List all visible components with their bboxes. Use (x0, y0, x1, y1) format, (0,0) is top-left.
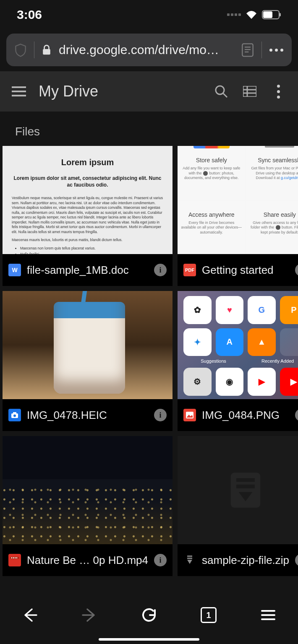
svg-rect-22 (15, 557, 16, 558)
ios-caption: Recently Added (248, 358, 298, 364)
file-tile[interactable]: sample-zip-file.zip i (178, 436, 298, 576)
status-icons (227, 10, 281, 19)
home-indicator[interactable] (99, 638, 199, 641)
status-bar: 3:06 (0, 0, 298, 29)
file-footer: Nature Be … 0p HD.mp4 i (3, 544, 173, 576)
info-icon[interactable]: i (295, 409, 298, 421)
svg-rect-15 (13, 412, 16, 414)
filetype-doc-icon: W (8, 264, 21, 276)
app-icon: G (248, 296, 276, 324)
file-footer: W file-sample_1MB.doc i (3, 254, 173, 286)
browser-url-bar[interactable]: drive.google.com/drive/mo… (6, 34, 292, 66)
url-text[interactable]: drive.google.com/drive/mo… (59, 43, 234, 57)
person-icon (276, 225, 280, 230)
gs-body: Every file in Drive becomes available on… (181, 221, 242, 235)
reader-mode-icon[interactable] (241, 43, 254, 57)
doc-para: Maecenas mauris lectus, lobortis et puru… (12, 238, 163, 242)
app-icon (280, 328, 298, 356)
info-icon[interactable]: i (154, 409, 167, 421)
app-icon: ✦ (183, 328, 212, 356)
file-tile[interactable]: Lorem ipsum Lorem ipsum dolor sit amet, … (3, 146, 173, 286)
doc-lead: Lorem ipsum dolor sit amet, consectetur … (12, 175, 163, 188)
info-icon[interactable]: i (295, 264, 298, 276)
info-icon[interactable]: i (295, 554, 298, 566)
file-thumbnail: ✿ ♥ G P ✦ A ▲ Suggestions Recently Added… (178, 291, 298, 399)
file-name: sample-zip-file.zip (202, 554, 289, 567)
app-icon: ▶ (280, 368, 298, 396)
file-tile[interactable]: ✿ ♥ G P ✦ A ▲ Suggestions Recently Added… (178, 291, 298, 431)
app-icon: ▶ (248, 368, 276, 396)
drive-title: My Drive (39, 83, 201, 100)
svg-rect-24 (231, 473, 260, 508)
battery-icon (262, 10, 281, 19)
svg-point-16 (13, 415, 16, 417)
gs-title: Share easily (249, 211, 298, 218)
svg-rect-2 (263, 11, 272, 18)
file-name: IMG_0478.HEIC (27, 409, 148, 422)
file-footer: PDF Getting started i (178, 254, 298, 286)
filetype-heic-icon (8, 409, 21, 421)
menu-icon[interactable] (12, 86, 26, 96)
file-footer: IMG_0478.HEIC i (3, 399, 173, 431)
page-actions-menu-icon[interactable] (269, 49, 283, 52)
lock-icon (42, 44, 51, 55)
svg-point-8 (216, 86, 224, 94)
filetype-pdf-icon: PDF (183, 264, 196, 276)
svg-rect-10 (243, 86, 256, 97)
app-icon: ⚙ (183, 368, 212, 396)
svg-rect-20 (11, 557, 12, 558)
wifi-icon (245, 10, 258, 19)
file-name: IMG_0484.PNG (202, 409, 289, 422)
search-icon[interactable] (213, 83, 229, 99)
info-icon[interactable]: i (154, 554, 167, 566)
ios-caption: Suggestions (183, 358, 243, 364)
drive-header: My Drive (0, 71, 298, 112)
file-thumbnail: Lorem ipsum Lorem ipsum dolor sit amet, … (3, 146, 173, 254)
list-view-icon[interactable] (242, 83, 258, 99)
browser-bottom-nav: 1 (0, 594, 298, 644)
doc-bullet: Maecenas non lorem quis tellus placerat … (20, 246, 163, 251)
file-footer: sample-zip-file.zip i (178, 544, 298, 576)
plus-icon (203, 171, 208, 176)
gs-body: Add any file you want to keep safe with … (181, 166, 242, 181)
filetype-video-icon (8, 554, 21, 566)
browser-menu-button[interactable] (259, 606, 277, 624)
divider (34, 42, 34, 58)
shield-icon[interactable] (15, 43, 26, 57)
file-tile[interactable]: Nature Be … 0p HD.mp4 i (3, 436, 173, 576)
gs-title: Store safely (181, 157, 242, 164)
tabs-button[interactable]: 1 (199, 606, 218, 624)
divider (261, 42, 262, 58)
reload-button[interactable] (140, 606, 158, 624)
file-thumbnail: Store safely Add any file you want to ke… (178, 146, 298, 254)
svg-rect-25 (236, 478, 255, 482)
status-time: 3:06 (17, 8, 42, 22)
gs-title: Access anywhere (181, 211, 242, 218)
cellular-dots-icon (227, 13, 241, 16)
file-name: Nature Be … 0p HD.mp4 (27, 554, 148, 567)
file-footer: IMG_0484.PNG i (178, 399, 298, 431)
more-options-icon[interactable] (270, 85, 286, 99)
filetype-image-icon (183, 409, 196, 421)
info-icon[interactable]: i (154, 264, 167, 276)
svg-rect-27 (187, 556, 192, 557)
app-icon: ▲ (248, 328, 276, 356)
svg-rect-1 (280, 13, 281, 16)
file-grid: Lorem ipsum Lorem ipsum dolor sit amet, … (0, 146, 298, 576)
svg-line-9 (223, 93, 227, 97)
file-thumbnail (178, 436, 298, 544)
svg-rect-23 (16, 557, 17, 558)
svg-rect-21 (13, 557, 14, 558)
app-icon: P (280, 296, 298, 324)
tab-count: 1 (201, 607, 217, 623)
gs-link: g.co/getdrive (281, 176, 298, 180)
app-icon: ✿ (183, 296, 212, 324)
back-button[interactable] (21, 606, 39, 624)
file-tile[interactable]: IMG_0478.HEIC i (3, 291, 173, 431)
file-thumbnail (3, 291, 173, 399)
file-tile[interactable]: Store safely Add any file you want to ke… (178, 146, 298, 286)
minibar-icon (265, 146, 294, 148)
gs-body: Get files from your Mac or PC into Drive… (249, 166, 298, 181)
forward-button[interactable] (80, 606, 99, 624)
doc-para: Vestibulum neque massa, scelerisque sit … (12, 196, 163, 234)
